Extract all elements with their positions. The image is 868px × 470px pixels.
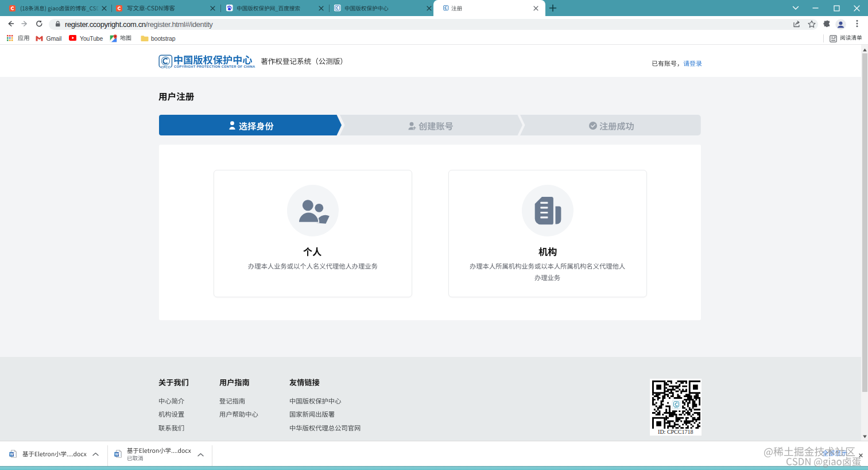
svg-text:W: W: [10, 452, 14, 456]
svg-text:CPCC: CPCC: [674, 407, 678, 409]
svg-text:CPCC: CPCC: [161, 65, 170, 69]
svg-text:W: W: [115, 452, 119, 456]
